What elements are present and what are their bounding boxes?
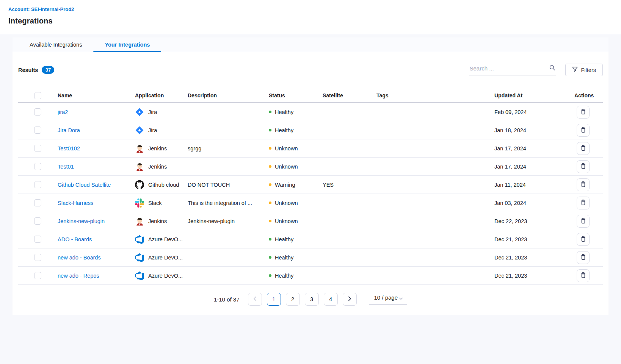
table-row: Jenkins-new-pluginJenkinsJenkins-new-plu… xyxy=(18,212,603,230)
column-header-satellite: Satellite xyxy=(323,92,376,98)
status-label: Healthy xyxy=(275,255,293,261)
page-size-value: 10 / page xyxy=(374,294,398,301)
status-label: Unknown xyxy=(275,218,298,224)
integration-name-link[interactable]: jira2 xyxy=(58,109,68,115)
integration-name-link[interactable]: ADO - Boards xyxy=(58,236,92,242)
row-checkbox[interactable] xyxy=(34,127,41,134)
row-checkbox[interactable] xyxy=(34,108,41,116)
integration-name-link[interactable]: Jira Dora xyxy=(58,127,80,133)
application-cell: Jenkins xyxy=(135,144,188,153)
row-select-cell xyxy=(18,145,58,152)
row-checkbox[interactable] xyxy=(34,181,41,188)
updated-at-cell: Jan 18, 2024 xyxy=(494,127,574,133)
filters-button[interactable]: Filters xyxy=(565,64,603,76)
integration-name-link[interactable]: Jenkins-new-plugin xyxy=(58,218,105,224)
application-cell: Jenkins xyxy=(135,217,188,226)
pagination-page-3[interactable]: 3 xyxy=(305,293,319,306)
column-header-status: Status xyxy=(269,92,323,98)
application-cell: Azure DevO... xyxy=(135,253,188,262)
jenkins-icon xyxy=(135,217,144,226)
card-body: Results 37 Filters Name App xyxy=(13,52,608,315)
updated-at-cell: Jan 03, 2024 xyxy=(494,200,574,206)
status-cell: Warning xyxy=(269,182,323,188)
column-header-application: Application xyxy=(135,92,188,98)
row-select-cell xyxy=(18,254,58,261)
pagination-next-button[interactable] xyxy=(343,293,357,306)
delete-button[interactable] xyxy=(577,233,590,246)
name-cell: Jenkins-new-plugin xyxy=(58,218,135,224)
row-checkbox[interactable] xyxy=(34,199,41,206)
trash-icon xyxy=(580,236,586,243)
row-checkbox[interactable] xyxy=(34,272,41,279)
pagination-page-2[interactable]: 2 xyxy=(286,293,300,306)
name-cell: Github Cloud Satellite xyxy=(58,182,135,188)
status-dot xyxy=(269,165,271,168)
row-checkbox[interactable] xyxy=(34,145,41,152)
page-size-selector[interactable]: 10 / page xyxy=(369,294,408,305)
status-dot xyxy=(269,147,271,150)
integration-name-link[interactable]: Slack-Harness xyxy=(58,200,93,206)
delete-button[interactable] xyxy=(577,215,590,228)
row-select-cell xyxy=(18,127,58,134)
delete-button[interactable] xyxy=(577,269,590,282)
delete-button[interactable] xyxy=(577,142,590,155)
column-header-name: Name xyxy=(58,92,135,98)
account-link[interactable]: Account: SEI-Internal-Prod2 xyxy=(8,6,74,12)
pagination-range: 1-10 of 37 xyxy=(214,296,240,303)
description-cell: Jenkins-new-plugin xyxy=(188,218,269,224)
actions-cell xyxy=(574,160,603,173)
status-cell: Unknown xyxy=(269,200,323,206)
table-row: jira2JiraHealthyFeb 09, 2024 xyxy=(18,103,603,121)
table-row: Github Cloud SatelliteGithub cloudDO NOT… xyxy=(18,176,603,194)
row-checkbox[interactable] xyxy=(34,236,41,243)
column-header-tags: Tags xyxy=(376,92,494,98)
integration-name-link[interactable]: Test0102 xyxy=(58,145,80,152)
status-dot xyxy=(269,183,271,186)
row-checkbox[interactable] xyxy=(34,254,41,261)
pagination: 1-10 of 37 1234 10 / page xyxy=(18,293,603,306)
integration-name-link[interactable]: new ado - Boards xyxy=(58,255,101,261)
results-label: Results xyxy=(18,67,38,73)
table-header-row: Name Application Description Status Sate… xyxy=(18,89,603,103)
actions-cell xyxy=(574,233,603,246)
row-select-cell xyxy=(18,217,58,225)
application-cell: Github cloud xyxy=(135,180,188,189)
updated-at-cell: Jan 11, 2024 xyxy=(494,182,574,188)
row-select-cell xyxy=(18,163,58,170)
delete-button[interactable] xyxy=(577,106,590,119)
tab-your-integrations[interactable]: Your Integrations xyxy=(93,37,161,52)
delete-button[interactable] xyxy=(577,251,590,264)
trash-icon xyxy=(580,108,586,116)
application-cell: Azure DevO... xyxy=(135,271,188,280)
name-cell: new ado - Boards xyxy=(58,255,135,261)
delete-button[interactable] xyxy=(577,160,590,173)
tab-available-integrations[interactable]: Available Integrations xyxy=(18,37,93,52)
integration-name-link[interactable]: new ado - Repos xyxy=(58,273,99,279)
select-all-checkbox[interactable] xyxy=(34,92,41,99)
status-label: Healthy xyxy=(275,109,293,115)
delete-button[interactable] xyxy=(577,197,590,209)
page-header: Account: SEI-Internal-Prod2 Integrations xyxy=(0,0,621,34)
integration-name-link[interactable]: Test01 xyxy=(58,164,74,170)
description-cell: This is the integration of ... xyxy=(188,200,269,206)
search-input[interactable] xyxy=(470,65,549,72)
actions-cell xyxy=(574,142,603,155)
pagination-page-1[interactable]: 1 xyxy=(267,293,281,306)
actions-cell xyxy=(574,106,603,119)
status-dot xyxy=(269,220,271,222)
pagination-prev-button[interactable] xyxy=(248,293,262,306)
delete-button[interactable] xyxy=(577,178,590,191)
description-cell: DO NOT TOUCH xyxy=(188,182,269,188)
integration-name-link[interactable]: Github Cloud Satellite xyxy=(58,182,111,188)
jenkins-icon xyxy=(135,144,144,153)
pagination-page-4[interactable]: 4 xyxy=(324,293,338,306)
jira-icon xyxy=(135,108,144,117)
table-row: Jira DoraJiraHealthyJan 18, 2024 xyxy=(18,121,603,139)
row-checkbox[interactable] xyxy=(34,217,41,225)
delete-button[interactable] xyxy=(577,124,590,137)
application-cell: Jira xyxy=(135,126,188,135)
actions-cell xyxy=(574,215,603,228)
row-checkbox[interactable] xyxy=(34,163,41,170)
row-select-cell xyxy=(18,108,58,116)
status-cell: Healthy xyxy=(269,109,323,115)
